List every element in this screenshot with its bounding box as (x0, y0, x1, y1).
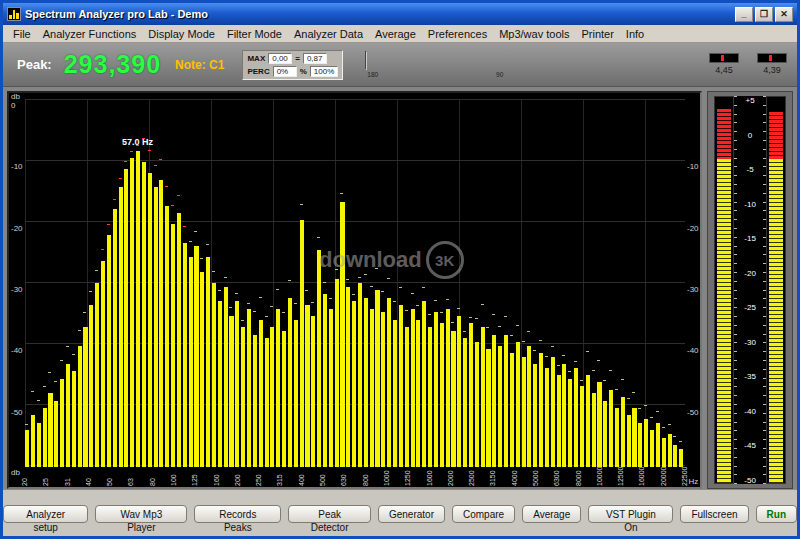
perc-value-field[interactable]: 0% (273, 66, 297, 77)
spectrum-bar (235, 301, 239, 467)
spectrum-bar (60, 379, 64, 467)
spectrum-display[interactable]: db 57.0 Hz 0-10-20-30-40-50 -10-20-30-40… (7, 91, 702, 489)
spectrum-bar (486, 349, 490, 467)
db-tick-label: -40 (11, 346, 23, 355)
vu-scale-label: -50 (734, 476, 766, 485)
db-tick-label: -10 (11, 162, 23, 171)
freq-tick-label: 6300 (553, 464, 560, 486)
menu-info[interactable]: Info (620, 27, 650, 41)
spectrum-bar (154, 187, 158, 467)
peak-hold-dot (370, 286, 373, 287)
perc-value2-field[interactable]: 100% (310, 66, 338, 77)
fullscreen-button[interactable]: Fullscreen (680, 505, 748, 523)
menu-preferences[interactable]: Preferences (422, 27, 493, 41)
peak-hold-dot (457, 308, 460, 309)
vu-meter-panel: +50-5-10-15-20-25-30-35-40-45-50 (707, 91, 793, 489)
peak-frequency-label: 57.0 Hz (122, 137, 153, 147)
spectrum-bar (48, 393, 52, 467)
peak-value: 293,390 (64, 50, 161, 79)
peak-hold-dot (603, 380, 606, 381)
spectrum-bar (259, 320, 263, 467)
freq-tick-label: 5000 (532, 464, 539, 486)
peak-hold-dot (586, 351, 589, 352)
spectrum-bar (212, 283, 216, 467)
vu-meter-right (766, 96, 786, 484)
peak-detector-button[interactable]: Peak Detector (288, 505, 371, 523)
peak-hold-dot (206, 244, 209, 245)
peak-hold-dot (124, 161, 127, 162)
peak-hold-dot (48, 372, 51, 373)
spectrum-bar (276, 309, 280, 467)
generator-button[interactable]: Generator (378, 505, 445, 523)
average-button[interactable]: Average (522, 505, 581, 523)
peak-hold-dot (72, 354, 75, 355)
spectrum-bar (510, 353, 514, 467)
minimize-button[interactable]: _ (735, 7, 753, 22)
menu-filter-mode[interactable]: Filter Mode (221, 27, 288, 41)
wav-mp3-player-button[interactable]: Wav Mp3 Player (95, 505, 187, 523)
peak-label: Peak: (17, 57, 52, 72)
spectrum-bar (218, 301, 222, 467)
menu-file[interactable]: File (7, 27, 37, 41)
spectrum-bar (142, 162, 146, 467)
spectrum-plot: 57.0 Hz (25, 99, 685, 467)
peak-hold-dot (282, 312, 285, 313)
spectrum-bar (522, 357, 526, 467)
spectrum-bar (492, 335, 496, 467)
spectrum-bar (650, 430, 654, 467)
analyzer-setup-button[interactable]: Analyzer setup (3, 505, 88, 523)
freq-tick-label: 250 (255, 464, 262, 486)
peak-hold-dot (679, 441, 682, 442)
menu-mp3-wav-tools[interactable]: Mp3/wav tools (493, 27, 575, 41)
peak-hold-dot (580, 380, 583, 381)
peak-hold-dot (218, 290, 221, 291)
vu-scale-label: -40 (734, 406, 766, 415)
menu-analyzer-data[interactable]: Analyzer Data (288, 27, 369, 41)
peak-hold-dot (539, 340, 542, 341)
run-button[interactable]: Run (756, 505, 797, 523)
freq-tick-label: 4000 (511, 464, 518, 486)
spectrum-bar (282, 331, 286, 467)
menu-printer[interactable]: Printer (575, 27, 619, 41)
note-label: Note: (175, 58, 206, 72)
peak-hold-dot (557, 365, 560, 366)
peak-hold-dot (451, 322, 454, 323)
spectrum-bars (25, 99, 685, 467)
vst-plugin-on-button[interactable]: VST Plugin On (588, 505, 673, 523)
spectrum-bar (66, 364, 70, 467)
spectrum-bar (405, 327, 409, 467)
peak-hold-dot (522, 341, 525, 342)
db-unit-top: db (11, 92, 20, 101)
spectrum-bar (171, 224, 175, 467)
spectrum-bar (107, 235, 111, 467)
readout-right-value: 4,39 (763, 65, 781, 75)
peak-hold-dot (469, 317, 472, 318)
menu-average[interactable]: Average (369, 27, 422, 41)
equals-sign: = (295, 54, 300, 63)
peak-hold-dot (323, 282, 326, 283)
menu-display-mode[interactable]: Display Mode (142, 27, 221, 41)
spectrum-bar (54, 401, 58, 467)
window-title: Spectrum Analyzer pro Lab - Demo (25, 8, 735, 20)
peak-hold-dot (416, 305, 419, 306)
freq-tick-label: 800 (362, 464, 369, 486)
max-value2-field[interactable]: 0,87 (303, 53, 327, 64)
peak-hold-dot (288, 280, 291, 281)
menu-analyzer-functions[interactable]: Analyzer Functions (37, 27, 143, 41)
peak-hold-dot (130, 151, 133, 152)
peak-hold-dot (189, 241, 192, 242)
vu-scale-label: -20 (734, 268, 766, 277)
peak-hold-dot (194, 231, 197, 232)
compare-button[interactable]: Compare (452, 505, 515, 523)
peak-hold-dot (241, 320, 244, 321)
peak-hold-dot (632, 392, 635, 393)
close-button[interactable]: ✕ (775, 7, 793, 22)
peak-hold-dot (568, 371, 571, 372)
max-value-field[interactable]: 0,00 (268, 53, 292, 64)
maximize-button[interactable]: ❐ (755, 7, 773, 22)
spectrum-bar (241, 327, 245, 467)
records-peaks-button[interactable]: Records Peaks (194, 505, 281, 523)
spectrum-bar (329, 309, 333, 467)
db-tick-label: -40 (687, 346, 699, 355)
freq-tick-label: 31 (64, 464, 71, 486)
